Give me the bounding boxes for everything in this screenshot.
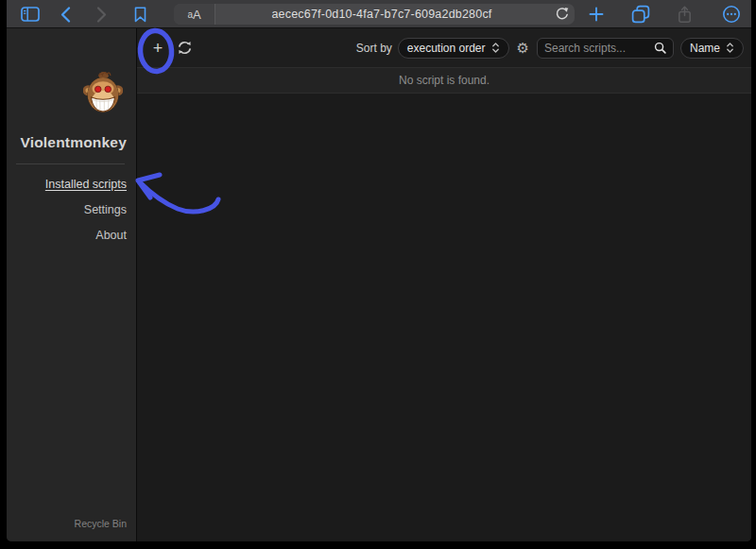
- app-title: Violentmonkey: [7, 134, 127, 151]
- sidebar-item-about[interactable]: About: [7, 223, 127, 249]
- main-panel: + Sort by execution order: [137, 28, 751, 541]
- back-button[interactable]: [58, 0, 73, 28]
- sync-icon: [178, 41, 192, 55]
- violentmonkey-logo: [83, 70, 123, 117]
- reload-button[interactable]: [548, 4, 575, 25]
- scripts-toolbar: + Sort by execution order: [137, 28, 751, 68]
- more-options-button[interactable]: [721, 0, 742, 28]
- tabs-icon: [631, 5, 650, 24]
- search-input[interactable]: [544, 42, 654, 55]
- search-icon: [654, 42, 666, 54]
- tab-overview-button[interactable]: [630, 0, 651, 28]
- screenshot-root: aA aecec67f-0d10-4fa7-b7c7-609a2db280cf: [0, 0, 756, 549]
- text-size-big-label: A: [193, 8, 201, 22]
- sidebar-nav: Installed scripts Settings About: [7, 172, 127, 249]
- ellipsis-circle-icon: [722, 5, 741, 24]
- monkey-logo-icon: [83, 70, 123, 117]
- share-button[interactable]: [676, 0, 693, 28]
- bookmarks-button[interactable]: [132, 0, 147, 28]
- content-row: Violentmonkey Installed scripts Settings…: [7, 28, 751, 541]
- new-script-button[interactable]: +: [148, 37, 167, 60]
- forward-button[interactable]: [94, 0, 109, 28]
- search-scripts-box[interactable]: [537, 38, 674, 59]
- sidebar-item-installed-scripts[interactable]: Installed scripts: [7, 172, 127, 197]
- reload-icon: [555, 7, 569, 22]
- violentmonkey-sidebar: Violentmonkey Installed scripts Settings…: [7, 28, 137, 541]
- filter-settings-gear-icon[interactable]: ⚙: [517, 41, 529, 55]
- safari-window: aA aecec67f-0d10-4fa7-b7c7-609a2db280cf: [7, 0, 751, 541]
- update-scripts-button[interactable]: [175, 39, 194, 58]
- empty-state-message: No script is found.: [399, 74, 490, 87]
- browser-toolbar: aA aecec67f-0d10-4fa7-b7c7-609a2db280cf: [7, 0, 751, 28]
- script-list-area: [137, 94, 751, 541]
- sidebar-item-recycle-bin[interactable]: Recycle Bin: [75, 518, 127, 529]
- sidebar-item-settings[interactable]: Settings: [7, 197, 127, 223]
- forward-chevron-icon: [96, 7, 107, 23]
- sort-order-value: execution order: [407, 42, 486, 55]
- text-size-button[interactable]: aA: [174, 4, 215, 25]
- chevron-up-down-icon: [491, 42, 500, 54]
- url-text[interactable]: aecec67f-0d10-4fa7-b7c7-609a2db280cf: [215, 4, 548, 25]
- search-field-value: Name: [690, 42, 720, 55]
- new-tab-button[interactable]: [587, 0, 606, 28]
- share-icon: [678, 6, 692, 24]
- plus-icon: [589, 7, 604, 22]
- sort-by-label: Sort by: [356, 42, 392, 55]
- search-field-select[interactable]: Name: [680, 38, 744, 59]
- chevron-up-down-icon: [726, 42, 734, 54]
- url-bar[interactable]: aA aecec67f-0d10-4fa7-b7c7-609a2db280cf: [174, 4, 575, 25]
- empty-state-row: No script is found.: [137, 68, 751, 94]
- back-chevron-icon: [60, 7, 71, 23]
- sort-order-select[interactable]: execution order: [398, 38, 509, 59]
- sidebar-toggle-button[interactable]: [20, 0, 41, 28]
- bookmark-icon: [134, 7, 146, 23]
- sidebar-divider: [16, 163, 125, 164]
- sidebar-toggle-icon: [21, 7, 40, 22]
